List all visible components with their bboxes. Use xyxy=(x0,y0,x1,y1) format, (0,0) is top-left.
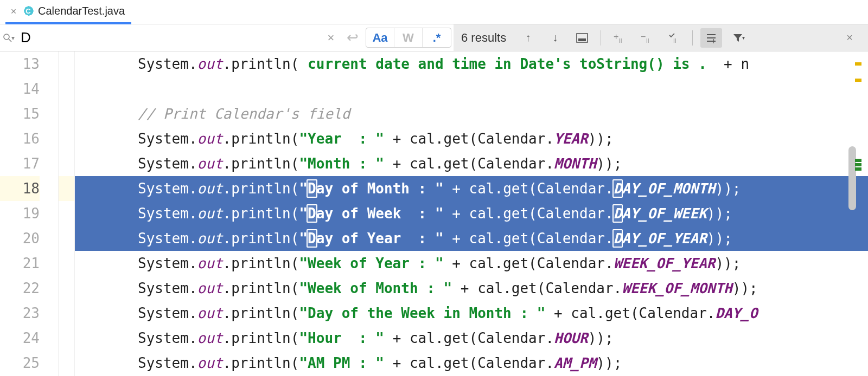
line-number: 25 xyxy=(0,351,40,375)
svg-text:II: II xyxy=(646,38,649,44)
code-line[interactable]: System.out.println("Week of Month : " + … xyxy=(138,276,868,301)
line-number: 23 xyxy=(0,301,40,326)
results-count: 6 results xyxy=(461,31,506,45)
line-gutter: 13141516171819202122232425 xyxy=(0,51,59,376)
line-number: 17 xyxy=(0,151,40,176)
code-line[interactable] xyxy=(138,76,868,101)
search-icon[interactable]: ▾ xyxy=(0,24,16,51)
line-number: 15 xyxy=(0,101,40,126)
code-line[interactable]: System.out.println("Day of Year : " + ca… xyxy=(138,226,868,251)
code-line[interactable]: System.out.println("Day of the Week in M… xyxy=(138,301,868,326)
code-line[interactable]: System.out.println("Day of Month : " + c… xyxy=(138,176,868,201)
line-number: 21 xyxy=(0,251,40,276)
filter-icon[interactable]: ▾ xyxy=(727,28,749,48)
match-marker[interactable] xyxy=(855,159,861,162)
code-editor[interactable]: 13141516171819202122232425 System.out.pr… xyxy=(0,51,868,376)
svg-text:II: II xyxy=(619,38,622,44)
whole-word-toggle[interactable]: W xyxy=(394,28,423,47)
regex-toggle[interactable]: .* xyxy=(423,28,451,47)
code-line[interactable]: System.out.println( current date and tim… xyxy=(138,51,868,76)
search-input[interactable] xyxy=(16,24,320,51)
clear-search-icon[interactable]: × xyxy=(320,24,342,51)
svg-point-0 xyxy=(4,34,9,40)
code-line[interactable]: System.out.println("Month : " + cal.get(… xyxy=(138,151,868,176)
line-number: 20 xyxy=(0,226,40,251)
tab-label: CalendarTest.java xyxy=(38,5,125,17)
code-line[interactable]: System.out.println("Day of Week : " + ca… xyxy=(138,201,868,226)
tab-bar: × CalendarTest.java xyxy=(0,0,868,24)
code-line[interactable]: System.out.println("Hour : " + cal.get(C… xyxy=(138,326,868,351)
match-marker[interactable] xyxy=(855,167,861,171)
svg-text:−: − xyxy=(641,32,646,41)
search-options: Aa W .* xyxy=(366,28,451,48)
select-all-button[interactable] xyxy=(571,28,593,48)
gutter-extra xyxy=(59,51,75,376)
line-number: 24 xyxy=(0,326,40,351)
marker-strip[interactable] xyxy=(855,51,861,376)
match-case-toggle[interactable]: Aa xyxy=(366,28,394,47)
warning-marker[interactable] xyxy=(855,79,861,82)
code-line[interactable]: System.out.println("Week of Year : " + c… xyxy=(138,251,868,276)
tab-calendartest[interactable]: × CalendarTest.java xyxy=(5,0,131,24)
close-tab-icon[interactable]: × xyxy=(9,7,18,16)
close-find-bar-icon[interactable]: × xyxy=(839,28,860,48)
svg-rect-3 xyxy=(578,38,586,41)
code-area[interactable]: System.out.println( current date and tim… xyxy=(75,51,868,376)
line-number: 13 xyxy=(0,51,40,76)
svg-text:+: + xyxy=(614,32,618,41)
separator xyxy=(692,30,693,46)
prev-match-button[interactable]: ↑ xyxy=(517,28,539,48)
separator xyxy=(601,30,601,46)
code-line[interactable]: System.out.println("Year : " + cal.get(C… xyxy=(138,126,868,151)
add-selection-button[interactable]: +II xyxy=(609,28,630,48)
warning-marker[interactable] xyxy=(855,62,861,66)
remove-selection-button[interactable]: −II xyxy=(636,28,658,48)
code-line[interactable]: System.out.println("AM PM : " + cal.get(… xyxy=(138,351,868,375)
select-occurrences-button[interactable]: II xyxy=(663,28,685,48)
line-number: 18 xyxy=(0,176,40,201)
svg-text:I: I xyxy=(713,38,714,44)
code-line[interactable]: // Print Calendar's field xyxy=(138,101,868,126)
find-toolbar: 6 results ↑ ↓ +II −II II I ▾ × xyxy=(454,24,868,51)
restore-icon[interactable]: ↩ xyxy=(342,24,363,51)
svg-text:II: II xyxy=(673,38,676,44)
next-match-button[interactable]: ↓ xyxy=(544,28,566,48)
java-class-icon xyxy=(23,6,34,17)
match-marker[interactable] xyxy=(855,163,861,166)
find-bar: ▾ × ↩ Aa W .* 6 results ↑ ↓ +II −II II I… xyxy=(0,24,868,51)
line-number: 16 xyxy=(0,126,40,151)
line-number: 22 xyxy=(0,276,40,301)
filter-lines-button[interactable]: I xyxy=(700,28,722,48)
line-number: 14 xyxy=(0,76,40,101)
line-number: 19 xyxy=(0,201,40,226)
